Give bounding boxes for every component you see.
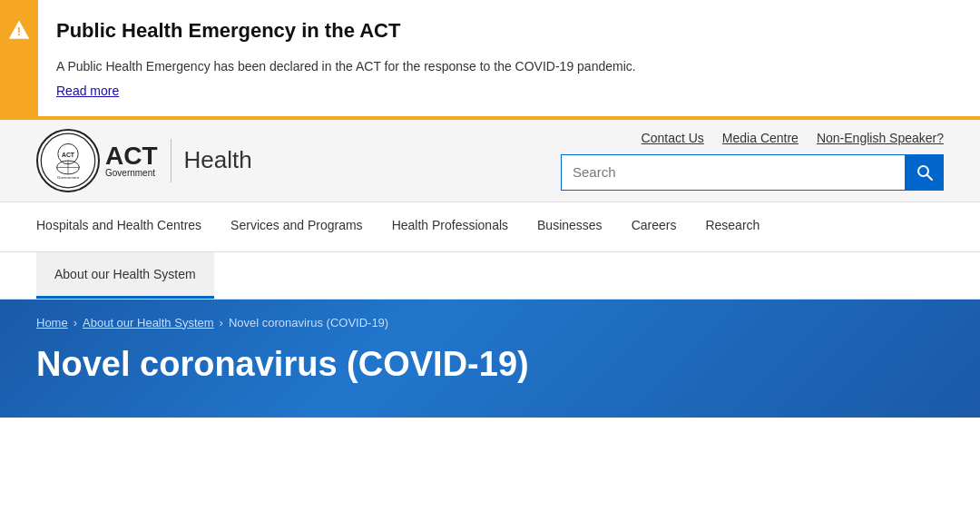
- logo-divider: [171, 139, 172, 182]
- nav-item-careers[interactable]: Careers: [617, 202, 691, 251]
- emergency-title: Public Health Emergency in the ACT: [56, 18, 962, 44]
- nav-item-services[interactable]: Services and Programs: [216, 202, 377, 251]
- breadcrumb-section: Home › About our Health System › Novel c…: [0, 300, 980, 418]
- emergency-description: A Public Health Emergency has been decla…: [56, 57, 962, 76]
- search-icon: [916, 163, 934, 182]
- act-label: ACT: [105, 143, 158, 169]
- emergency-icon-bar: !: [0, 0, 38, 116]
- contact-us-link[interactable]: Contact Us: [642, 131, 704, 145]
- warning-icon: !: [9, 20, 29, 45]
- nav-item-hospitals[interactable]: Hospitals and Health Centres: [36, 202, 216, 251]
- logo-area: ACT Government ACT Government Health: [36, 129, 252, 192]
- logo-text: ACT Government Health: [105, 139, 252, 182]
- search-area: [561, 154, 944, 191]
- sub-nav: About our Health System: [0, 252, 980, 300]
- nav-item-research[interactable]: Research: [691, 202, 774, 251]
- nav-item-businesses[interactable]: Businesses: [523, 202, 617, 251]
- non-english-link[interactable]: Non-English Speaker?: [817, 131, 944, 145]
- breadcrumb-current: Novel coronavirus (COVID-19): [229, 316, 388, 329]
- search-button[interactable]: [906, 154, 944, 191]
- media-centre-link[interactable]: Media Centre: [722, 131, 799, 145]
- svg-text:ACT: ACT: [62, 151, 75, 157]
- health-label: Health: [184, 146, 252, 174]
- main-nav: Hospitals and Health Centres Services an…: [0, 202, 980, 252]
- header-links: Contact Us Media Centre Non-English Spea…: [642, 131, 944, 145]
- breadcrumb-about[interactable]: About our Health System: [83, 316, 214, 329]
- svg-line-11: [927, 174, 933, 180]
- header-right: Contact Us Media Centre Non-English Spea…: [561, 131, 944, 191]
- breadcrumb-home[interactable]: Home: [36, 316, 68, 329]
- emergency-banner: ! Public Health Emergency in the ACT A P…: [0, 0, 980, 120]
- search-input[interactable]: [561, 154, 906, 191]
- breadcrumb-sep-1: ›: [74, 316, 77, 329]
- site-header: ACT Government ACT Government Health Con…: [0, 120, 980, 202]
- nav-item-health-professionals[interactable]: Health Professionals: [377, 202, 523, 251]
- gov-label: Government: [105, 169, 155, 178]
- act-logo-svg: ACT Government: [40, 133, 96, 189]
- breadcrumb: Home › About our Health System › Novel c…: [36, 316, 944, 329]
- read-more-link[interactable]: Read more: [56, 84, 119, 98]
- svg-text:Government: Government: [57, 174, 80, 179]
- svg-text:!: !: [17, 25, 21, 38]
- breadcrumb-sep-2: ›: [220, 316, 223, 329]
- emergency-content: Public Health Emergency in the ACT A Pub…: [38, 0, 980, 116]
- page-title: Novel coronavirus (COVID-19): [36, 344, 944, 386]
- sub-nav-item-about[interactable]: About our Health System: [36, 252, 214, 299]
- act-gov-text: ACT Government: [105, 143, 158, 178]
- act-logo-circle: ACT Government: [36, 129, 100, 192]
